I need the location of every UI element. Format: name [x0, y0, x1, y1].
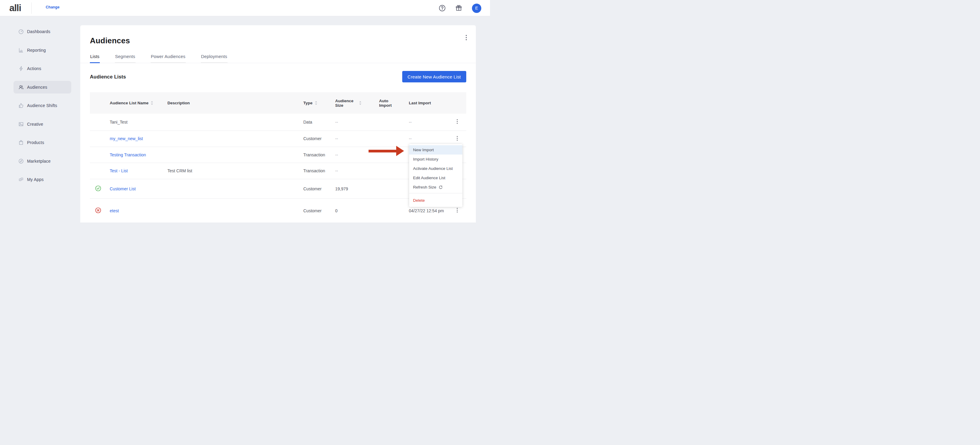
audience-name-cell: my_new_new_list: [106, 131, 164, 147]
topbar-divider: [31, 2, 32, 14]
tab-bar: Lists Segments Power Audiences Deploymen…: [80, 54, 476, 63]
menu-item-import-history[interactable]: Import History: [409, 155, 462, 164]
sort-icon: [315, 101, 317, 105]
sidebar-item-label: Dashboards: [27, 29, 51, 34]
type-cell: Data: [300, 114, 332, 131]
audience-name-cell: Tani_Test: [106, 114, 164, 131]
col-header-last-import: Last Import: [405, 92, 448, 114]
description-cell: [164, 114, 300, 131]
description-cell: Test CRM list: [164, 163, 300, 179]
col-header-auto-import: Auto Import: [375, 92, 405, 114]
sidebar-item-marketplace[interactable]: Marketplace: [14, 155, 71, 167]
tab-segments[interactable]: Segments: [115, 54, 135, 63]
annotation-arrow: [369, 150, 397, 152]
sidebar-item-label: Actions: [27, 66, 41, 71]
audience-name-link[interactable]: Testing Transaction: [110, 152, 146, 157]
audience-name-link[interactable]: Test - List: [110, 168, 128, 173]
status-cell: [90, 179, 106, 198]
row-more-options-icon[interactable]: [455, 118, 460, 126]
size-cell: --: [332, 131, 375, 147]
sidebar-item-products[interactable]: Products: [14, 136, 71, 149]
description-cell: [164, 179, 300, 198]
auto-import-cell: [375, 179, 405, 198]
audience-name-cell: Test - List: [106, 163, 164, 179]
size-cell: --: [332, 163, 375, 179]
alli-logo[interactable]: alli: [9, 3, 21, 14]
type-cell: Customer: [300, 198, 332, 222]
gauge-icon: [18, 29, 24, 34]
col-header-description: Description: [164, 92, 300, 114]
change-link[interactable]: Change: [46, 5, 59, 9]
error-icon: [95, 207, 101, 213]
audience-name-cell: Customer List: [106, 179, 164, 198]
menu-divider: [409, 193, 462, 193]
compass-icon: [18, 158, 24, 164]
sidebar-item-creative[interactable]: Creative: [14, 118, 71, 131]
status-cell: [90, 198, 106, 222]
description-cell: [164, 131, 300, 147]
success-icon: [95, 185, 101, 191]
tab-power-audiences[interactable]: Power Audiences: [151, 54, 186, 63]
row-more-options-icon[interactable]: [455, 135, 460, 143]
auto-import-cell: [375, 163, 405, 179]
status-cell: [90, 131, 106, 147]
sidebar-item-reporting[interactable]: Reporting: [14, 44, 71, 56]
type-cell: Transaction: [300, 147, 332, 163]
menu-item-delete[interactable]: Delete: [409, 196, 462, 205]
table-row: Tani_Test Data -- --: [90, 114, 466, 131]
refresh-icon: [439, 185, 443, 190]
sidebar-item-label: Creative: [27, 122, 43, 127]
sidebar-item-audience-shifts[interactable]: Audience Shifts: [14, 99, 71, 112]
audience-name-link[interactable]: my_new_new_list: [110, 136, 143, 141]
section-header: Audience Lists Create New Audience List: [90, 71, 466, 82]
row-more-options-icon[interactable]: [455, 207, 460, 215]
sort-icon: [359, 101, 362, 105]
status-cell: [90, 114, 106, 131]
size-cell: 19,979: [332, 179, 375, 198]
page-title: Audiences: [80, 25, 476, 45]
card-more-options-icon[interactable]: [465, 34, 468, 42]
sort-icon: [151, 101, 153, 105]
size-cell: 0: [332, 198, 375, 222]
sidebar-item-actions[interactable]: Actions: [14, 62, 71, 75]
menu-item-edit-audience-list[interactable]: Edit Audience List: [409, 173, 462, 182]
avatar[interactable]: E: [472, 3, 481, 13]
description-cell: [164, 147, 300, 163]
status-cell: [90, 147, 106, 163]
audience-name-cell: Testing Transaction: [106, 147, 164, 163]
create-new-audience-list-button[interactable]: Create New Audience List: [402, 71, 466, 82]
help-icon[interactable]: [439, 5, 445, 11]
bar-chart-icon: [18, 48, 24, 53]
auto-import-cell: [375, 131, 405, 147]
annotation-arrow-head: [396, 146, 404, 156]
sidebar-item-label: Marketplace: [27, 159, 51, 164]
sidebar-item-label: Reporting: [27, 48, 46, 53]
col-header-name[interactable]: Audience List Name: [106, 92, 164, 114]
menu-item-activate-audience-list[interactable]: Activate Audience List: [409, 164, 462, 173]
sidebar-item-dashboards[interactable]: Dashboards: [14, 25, 71, 38]
lightning-icon: [18, 66, 24, 71]
sidebar-item-my-apps[interactable]: My Apps: [14, 173, 71, 186]
sidebar-item-label: Products: [27, 140, 44, 145]
type-cell: Customer: [300, 179, 332, 198]
col-header-audience-size[interactable]: Audience Size: [332, 92, 375, 114]
sidebar-item-label: Audiences: [27, 85, 47, 89]
sidebar-item-label: Audience Shifts: [27, 103, 57, 108]
size-cell: --: [332, 114, 375, 131]
menu-item-refresh-size[interactable]: Refresh Size: [409, 182, 462, 192]
col-header-status: [90, 92, 106, 114]
audience-name-link[interactable]: Customer List: [110, 187, 135, 191]
sidebar-item-audiences[interactable]: Audiences: [14, 81, 71, 94]
topbar: alli Change E: [0, 0, 490, 16]
menu-item-new-import[interactable]: New Import: [409, 145, 462, 155]
audience-name-link[interactable]: etest: [110, 208, 119, 213]
image-icon: [18, 121, 24, 127]
topbar-actions: E: [439, 0, 481, 16]
audience-name-cell: etest: [106, 198, 164, 222]
description-cell: [164, 198, 300, 222]
bag-icon: [18, 140, 24, 145]
tab-lists[interactable]: Lists: [90, 54, 100, 63]
col-header-type[interactable]: Type: [300, 92, 332, 114]
tab-deployments[interactable]: Deployments: [201, 54, 228, 63]
gift-icon[interactable]: [455, 5, 462, 11]
